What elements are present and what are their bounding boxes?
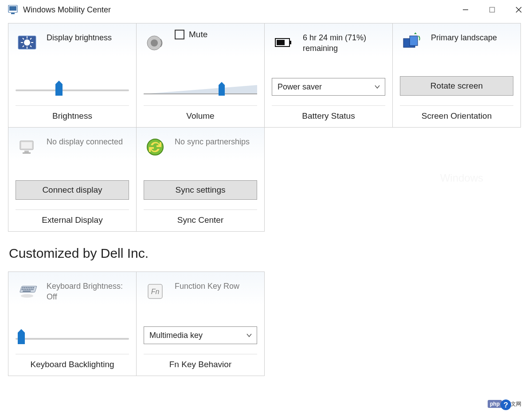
sync-label: No sync partnerships bbox=[175, 134, 250, 147]
app-icon bbox=[8, 5, 18, 15]
svg-rect-27 bbox=[21, 142, 32, 148]
battery-status-text: 6 hr 24 min (71%) remaining bbox=[303, 30, 384, 54]
orientation-icon bbox=[398, 30, 425, 56]
tile-battery: 6 hr 24 min (71%) remaining Power saver … bbox=[264, 23, 393, 128]
svg-rect-29 bbox=[23, 152, 31, 154]
power-plan-selected: Power saver bbox=[278, 82, 322, 92]
sync-footer: Sync Center bbox=[144, 209, 257, 231]
fn-key-dropdown[interactable]: Multimedia key bbox=[144, 326, 257, 344]
tile-sync: No sync partnerships Sync settings Sync … bbox=[136, 127, 265, 232]
minimize-button[interactable] bbox=[452, 2, 479, 18]
volume-slider[interactable] bbox=[144, 84, 257, 96]
brightness-icon bbox=[14, 30, 40, 56]
svg-point-18 bbox=[151, 39, 158, 47]
rotate-screen-label: Rotate screen bbox=[430, 81, 483, 91]
rotate-screen-button[interactable]: Rotate screen bbox=[400, 76, 513, 96]
window-title: Windows Mobility Center bbox=[23, 5, 452, 15]
tile-volume: Mute Volume bbox=[136, 23, 265, 128]
site-badge: php 中文网 ? bbox=[488, 400, 521, 408]
sync-settings-label: Sync settings bbox=[176, 185, 226, 195]
connect-display-button[interactable]: Connect display bbox=[16, 180, 129, 200]
fn-key-selected: Multimedia key bbox=[149, 331, 203, 340]
chevron-down-icon bbox=[374, 84, 380, 90]
tile-fn-key: Fn Function Key Row Multimedia key Fn Ke… bbox=[136, 271, 265, 376]
svg-rect-1 bbox=[9, 6, 16, 11]
brightness-slider[interactable] bbox=[16, 85, 129, 96]
chevron-down-icon bbox=[246, 332, 252, 338]
fn-key-label: Function Key Row bbox=[175, 278, 239, 291]
sync-icon bbox=[142, 134, 168, 160]
svg-rect-46 bbox=[23, 291, 31, 292]
fn-key-icon: Fn bbox=[142, 278, 168, 305]
tile-keyboard-backlight: Keyboard Brightness: Off Keyboard Backli… bbox=[8, 271, 137, 376]
keyboard-backlight-footer: Keyboard Backlighting bbox=[16, 354, 129, 376]
close-button[interactable] bbox=[505, 2, 532, 18]
brightness-footer: Brightness bbox=[16, 105, 129, 127]
svg-rect-28 bbox=[24, 151, 29, 152]
keyboard-backlight-label: Keyboard Brightness: Off bbox=[47, 278, 128, 303]
svg-text:Fn: Fn bbox=[151, 288, 160, 295]
maximize-button[interactable] bbox=[479, 2, 505, 18]
svg-rect-2 bbox=[11, 13, 15, 14]
svg-rect-4 bbox=[490, 8, 495, 12]
battery-footer: Battery Status bbox=[272, 105, 385, 127]
keyboard-brightness-slider[interactable] bbox=[16, 334, 129, 344]
tile-external-display: No display connected Connect display Ext… bbox=[8, 127, 137, 232]
svg-point-8 bbox=[24, 39, 30, 46]
svg-text:?: ? bbox=[504, 401, 508, 409]
power-plan-dropdown[interactable]: Power saver bbox=[272, 78, 385, 96]
mute-label: Mute bbox=[189, 30, 207, 39]
window-controls bbox=[452, 2, 532, 18]
orientation-footer: Screen Orientation bbox=[400, 105, 513, 127]
tile-orientation: Primary landscape Rotate screen Screen O… bbox=[392, 23, 521, 128]
sync-settings-button[interactable]: Sync settings bbox=[144, 180, 257, 200]
tile-brightness: Display brightness Brightness bbox=[8, 23, 137, 128]
svg-rect-23 bbox=[277, 40, 285, 45]
brightness-label: Display brightness bbox=[47, 30, 112, 43]
monitor-icon bbox=[14, 134, 40, 160]
external-display-footer: External Display bbox=[16, 209, 129, 231]
checkbox-box bbox=[175, 30, 184, 39]
watermark-text: Windows bbox=[440, 172, 483, 184]
titlebar: Windows Mobility Center bbox=[0, 0, 532, 19]
fn-key-footer: Fn Key Behavior bbox=[144, 354, 257, 376]
speaker-icon bbox=[142, 30, 168, 56]
svg-rect-22 bbox=[289, 41, 291, 44]
orientation-label: Primary landscape bbox=[431, 30, 497, 43]
customized-section-title: Customized by Dell Inc. bbox=[9, 246, 524, 261]
svg-point-47 bbox=[21, 294, 33, 298]
help-icon: ? bbox=[500, 399, 512, 411]
mute-checkbox[interactable]: Mute bbox=[175, 30, 207, 39]
svg-rect-25 bbox=[410, 36, 418, 46]
connect-display-label: Connect display bbox=[42, 185, 102, 195]
svg-marker-19 bbox=[144, 85, 257, 94]
volume-footer: Volume bbox=[144, 105, 257, 127]
external-display-label: No display connected bbox=[47, 134, 123, 147]
keyboard-icon bbox=[14, 278, 40, 305]
battery-icon bbox=[270, 30, 297, 56]
